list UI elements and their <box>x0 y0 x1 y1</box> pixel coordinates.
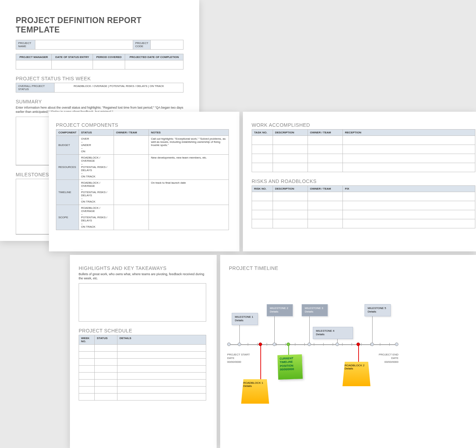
scope-status[interactable]: ROADBLOCK / OVERAGE – POTENTIAL RISKS / … <box>79 205 114 230</box>
page-3: WORK ACCOMPLISHED TASK NO. DESCRIPTION O… <box>243 112 476 251</box>
col-component: COMPONENT <box>56 130 79 136</box>
cell[interactable] <box>308 201 343 210</box>
cell[interactable] <box>273 219 308 228</box>
cell[interactable] <box>117 394 206 401</box>
cell[interactable] <box>308 154 343 163</box>
cell[interactable] <box>308 219 343 228</box>
cell[interactable] <box>16 60 52 69</box>
cell[interactable] <box>95 359 117 366</box>
highlights-desc: Bullets of great work, who owns what, wh… <box>79 272 206 280</box>
cell[interactable] <box>343 136 475 145</box>
current-position: CURRENTTIMELINEPOSITION00/00/0000 <box>277 354 303 380</box>
cell[interactable] <box>117 345 206 352</box>
cell[interactable] <box>343 192 475 201</box>
resources-owner[interactable] <box>114 155 149 180</box>
cell[interactable] <box>343 210 475 219</box>
cell[interactable] <box>117 387 206 394</box>
cell[interactable] <box>95 345 117 352</box>
cell[interactable] <box>273 136 308 145</box>
page-2: PROJECT COMPONENTS COMPONENT STATUS OWNE… <box>49 112 239 251</box>
work-table: TASK NO. DESCRIPTION OWNER / TEAM RECEPT… <box>252 129 475 172</box>
col-status: STATUS <box>79 130 114 136</box>
cell[interactable] <box>79 345 95 352</box>
input-project-name[interactable] <box>35 40 133 50</box>
cell[interactable] <box>117 373 206 380</box>
cell[interactable] <box>273 210 308 219</box>
budget-owner[interactable] <box>114 136 149 155</box>
cell[interactable] <box>79 387 95 394</box>
timeline-status[interactable]: ROADBLOCK / OVERAGE – POTENTIAL RISKS / … <box>79 180 114 205</box>
risk-col-owner: OWNER / TEAM <box>308 186 343 192</box>
timeline-owner[interactable] <box>114 180 149 205</box>
work-col-reception: RECEPTION <box>343 130 475 136</box>
cell[interactable] <box>308 210 343 219</box>
status-table: OVERALL PROJECT STATUS ROADBLOCK / OVERA… <box>16 83 183 93</box>
cell[interactable] <box>343 163 475 172</box>
cell[interactable] <box>79 380 95 387</box>
resources-notes[interactable]: New developments, new team members, etc. <box>149 155 229 180</box>
cell[interactable] <box>252 219 273 228</box>
highlights-box[interactable] <box>79 283 206 322</box>
cell[interactable] <box>79 366 95 373</box>
budget-notes[interactable]: Call out highlights: "Exceptional work,"… <box>149 136 229 155</box>
summary-title: SUMMARY <box>16 99 183 104</box>
cell[interactable] <box>125 60 183 69</box>
scope-owner[interactable] <box>114 205 149 230</box>
cell[interactable] <box>343 201 475 210</box>
doc-title: PROJECT DEFINITION REPORT TEMPLATE <box>16 16 183 35</box>
cell[interactable] <box>79 359 95 366</box>
cell[interactable] <box>79 373 95 380</box>
cell[interactable] <box>252 163 273 172</box>
cell[interactable] <box>273 192 308 201</box>
cell[interactable] <box>95 352 117 359</box>
cell[interactable] <box>117 366 206 373</box>
resources-status[interactable]: ROADBLOCK / OVERAGE – POTENTIAL RISKS / … <box>79 155 114 180</box>
status-title: PROJECT STATUS THIS WEEK <box>16 76 183 81</box>
cell[interactable] <box>117 352 206 359</box>
cell[interactable] <box>308 136 343 145</box>
cell[interactable] <box>95 387 117 394</box>
cell[interactable] <box>95 380 117 387</box>
cell[interactable] <box>79 352 95 359</box>
cell[interactable] <box>308 192 343 201</box>
cell[interactable] <box>252 154 273 163</box>
cell[interactable] <box>93 60 125 69</box>
cell[interactable] <box>343 154 475 163</box>
col-status-date: DATE OF STATUS ENTRY <box>51 54 93 60</box>
label-overall-status: OVERALL PROJECT STATUS <box>16 83 55 93</box>
cell[interactable] <box>51 60 93 69</box>
milestone-dot-icon <box>238 343 241 346</box>
cell[interactable] <box>252 145 273 154</box>
timeline-notes[interactable]: On track to final launch date <box>149 180 229 205</box>
cell[interactable] <box>308 163 343 172</box>
status-options[interactable]: ROADBLOCK / OVERAGE | POTENTIAL RISKS / … <box>55 83 183 93</box>
cell[interactable] <box>95 373 117 380</box>
cell[interactable] <box>95 366 117 373</box>
risk-col-desc: DESCRIPTION <box>273 186 308 192</box>
risk-table: RISK NO. DESCRIPTION OWNER / TEAM FIX <box>252 185 475 228</box>
milestone-3: MILESTONE 3Details <box>302 304 328 316</box>
cell[interactable] <box>117 359 206 366</box>
cell[interactable] <box>273 154 308 163</box>
cell[interactable] <box>79 394 95 401</box>
cell[interactable] <box>343 145 475 154</box>
cell[interactable] <box>252 136 273 145</box>
roadblock-2: ROADBLOCK 2Details <box>342 362 370 386</box>
cell[interactable] <box>252 201 273 210</box>
cell[interactable] <box>252 210 273 219</box>
timeline-diagram: /*ticks drawn below*/ PROJECT START DATE… <box>229 285 397 390</box>
col-notes: NOTES <box>149 130 229 136</box>
input-project-code[interactable] <box>151 40 183 50</box>
work-col-task: TASK NO. <box>252 130 273 136</box>
cell[interactable] <box>273 163 308 172</box>
cell[interactable] <box>273 201 308 210</box>
cell[interactable] <box>273 145 308 154</box>
scope-notes[interactable] <box>149 205 229 230</box>
budget-status[interactable]: OVER – UNDER – ON <box>79 136 114 155</box>
cell[interactable] <box>117 380 206 387</box>
cell[interactable] <box>252 192 273 201</box>
cell[interactable] <box>95 394 117 401</box>
col-completion: PROJECTED DATE OF COMPLETION <box>125 54 183 60</box>
cell[interactable] <box>343 219 475 228</box>
cell[interactable] <box>308 145 343 154</box>
